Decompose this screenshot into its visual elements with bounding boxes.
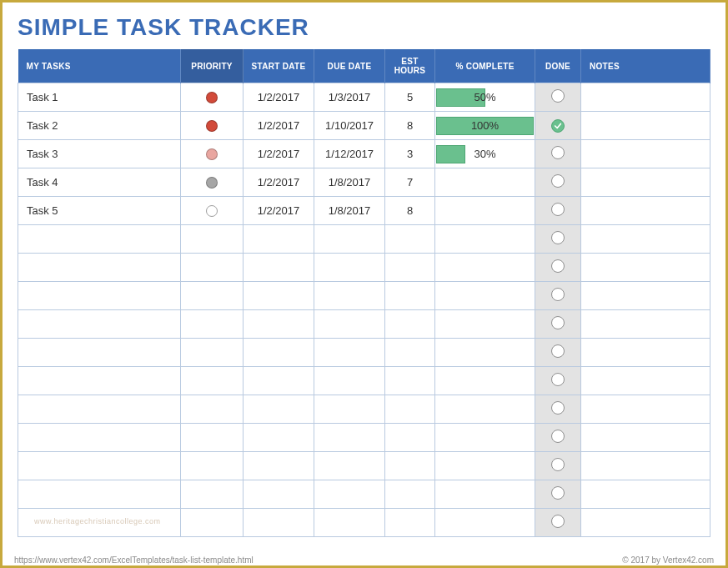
start-date-cell[interactable]: [244, 395, 314, 424]
notes-cell[interactable]: [581, 112, 710, 140]
pct-complete-cell[interactable]: [435, 367, 535, 395]
priority-cell[interactable]: [181, 140, 244, 168]
done-cell[interactable]: [535, 395, 581, 424]
est-hours-cell[interactable]: [385, 310, 435, 339]
pct-complete-cell[interactable]: 30%: [435, 140, 535, 168]
task-name-cell[interactable]: Task 3: [18, 140, 181, 168]
start-date-cell[interactable]: [244, 367, 314, 395]
task-name-cell[interactable]: [18, 452, 181, 480]
pct-complete-cell[interactable]: [435, 254, 535, 282]
task-name-cell[interactable]: [18, 395, 181, 424]
notes-cell[interactable]: [581, 282, 710, 310]
due-date-cell[interactable]: 1/8/2017: [314, 197, 385, 225]
est-hours-cell[interactable]: 8: [385, 112, 435, 140]
priority-cell[interactable]: [181, 225, 244, 254]
due-date-cell[interactable]: [314, 254, 385, 282]
notes-cell[interactable]: [581, 395, 710, 424]
done-cell[interactable]: [535, 367, 581, 395]
pct-complete-cell[interactable]: [435, 480, 535, 509]
start-date-cell[interactable]: [244, 509, 314, 537]
start-date-cell[interactable]: [244, 339, 314, 367]
done-cell[interactable]: [535, 83, 581, 112]
priority-cell[interactable]: [181, 452, 244, 480]
task-name-cell[interactable]: Task 5: [18, 197, 181, 225]
pct-complete-cell[interactable]: [435, 452, 535, 480]
task-name-cell[interactable]: [18, 509, 181, 537]
pct-complete-cell[interactable]: 100%: [435, 112, 535, 140]
est-hours-cell[interactable]: [385, 367, 435, 395]
priority-cell[interactable]: [181, 367, 244, 395]
est-hours-cell[interactable]: 8: [385, 197, 435, 225]
notes-cell[interactable]: [581, 140, 710, 168]
start-date-cell[interactable]: 1/2/2017: [244, 83, 314, 112]
start-date-cell[interactable]: 1/2/2017: [244, 197, 314, 225]
priority-cell[interactable]: [181, 282, 244, 310]
pct-complete-cell[interactable]: [435, 225, 535, 254]
pct-complete-cell[interactable]: 50%: [435, 83, 535, 112]
done-cell[interactable]: [535, 452, 581, 480]
est-hours-cell[interactable]: [385, 452, 435, 480]
start-date-cell[interactable]: [244, 424, 314, 452]
est-hours-cell[interactable]: [385, 254, 435, 282]
start-date-cell[interactable]: [244, 480, 314, 509]
due-date-cell[interactable]: [314, 339, 385, 367]
done-cell[interactable]: [535, 310, 581, 339]
start-date-cell[interactable]: 1/2/2017: [244, 112, 314, 140]
pct-complete-cell[interactable]: [435, 509, 535, 537]
task-name-cell[interactable]: Task 2: [18, 112, 181, 140]
done-cell[interactable]: [535, 112, 581, 140]
start-date-cell[interactable]: [244, 452, 314, 480]
due-date-cell[interactable]: 1/3/2017: [314, 83, 385, 112]
done-cell[interactable]: [535, 480, 581, 509]
done-cell[interactable]: [535, 424, 581, 452]
priority-cell[interactable]: [181, 112, 244, 140]
done-cell[interactable]: [535, 254, 581, 282]
est-hours-cell[interactable]: 5: [385, 83, 435, 112]
est-hours-cell[interactable]: 3: [385, 140, 435, 168]
start-date-cell[interactable]: 1/2/2017: [244, 168, 314, 197]
done-cell[interactable]: [535, 509, 581, 537]
notes-cell[interactable]: [581, 339, 710, 367]
priority-cell[interactable]: [181, 339, 244, 367]
task-name-cell[interactable]: [18, 480, 181, 509]
due-date-cell[interactable]: [314, 310, 385, 339]
done-cell[interactable]: [535, 140, 581, 168]
priority-cell[interactable]: [181, 509, 244, 537]
task-name-cell[interactable]: [18, 310, 181, 339]
done-cell[interactable]: [535, 282, 581, 310]
task-name-cell[interactable]: [18, 225, 181, 254]
due-date-cell[interactable]: [314, 367, 385, 395]
done-cell[interactable]: [535, 197, 581, 225]
done-cell[interactable]: [535, 339, 581, 367]
done-cell[interactable]: [535, 168, 581, 197]
est-hours-cell[interactable]: [385, 509, 435, 537]
notes-cell[interactable]: [581, 452, 710, 480]
task-name-cell[interactable]: [18, 424, 181, 452]
task-name-cell[interactable]: Task 4: [18, 168, 181, 197]
priority-cell[interactable]: [181, 395, 244, 424]
est-hours-cell[interactable]: [385, 282, 435, 310]
notes-cell[interactable]: [581, 509, 710, 537]
est-hours-cell[interactable]: [385, 480, 435, 509]
notes-cell[interactable]: [581, 254, 710, 282]
due-date-cell[interactable]: [314, 480, 385, 509]
task-name-cell[interactable]: [18, 282, 181, 310]
notes-cell[interactable]: [581, 168, 710, 197]
due-date-cell[interactable]: [314, 452, 385, 480]
task-name-cell[interactable]: [18, 367, 181, 395]
due-date-cell[interactable]: [314, 282, 385, 310]
task-name-cell[interactable]: [18, 254, 181, 282]
start-date-cell[interactable]: [244, 310, 314, 339]
notes-cell[interactable]: [581, 480, 710, 509]
notes-cell[interactable]: [581, 424, 710, 452]
priority-cell[interactable]: [181, 480, 244, 509]
pct-complete-cell[interactable]: [435, 424, 535, 452]
priority-cell[interactable]: [181, 424, 244, 452]
pct-complete-cell[interactable]: [435, 168, 535, 197]
priority-cell[interactable]: [181, 254, 244, 282]
pct-complete-cell[interactable]: [435, 310, 535, 339]
pct-complete-cell[interactable]: [435, 339, 535, 367]
est-hours-cell[interactable]: [385, 339, 435, 367]
due-date-cell[interactable]: 1/10/2017: [314, 112, 385, 140]
task-name-cell[interactable]: Task 1: [18, 83, 181, 112]
